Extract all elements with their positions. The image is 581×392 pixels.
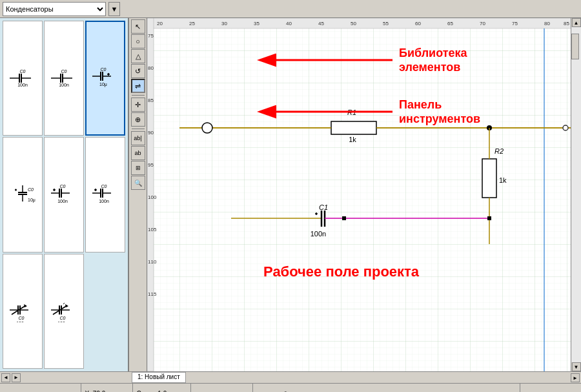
svg-text:30: 30 [221,21,227,26]
component-cell[interactable]: C0 100n [3,21,43,136]
hscroll-right2-button[interactable]: ► [571,373,580,382]
svg-text:C0: C0 [101,184,107,189]
svg-text:50: 50 [351,21,356,26]
grid-value: Сетка: 1,0 mm [137,390,187,393]
svg-text:75: 75 [148,33,154,39]
component-category-dropdown[interactable]: Конденсаторы [3,2,106,16]
svg-text:55: 55 [383,21,389,26]
svg-text:105: 105 [148,227,157,232]
svg-text:C0: C0 [20,69,26,74]
image-tool-button[interactable]: ⊞ [131,161,145,175]
text-tool-button[interactable]: ab| [131,131,145,145]
svg-point-114 [563,125,568,130]
svg-rect-99 [482,159,496,198]
svg-rect-112 [342,216,346,220]
x-coord: X: 79,0 [85,390,128,393]
svg-text:80: 80 [148,65,154,71]
coordinates-display: X: 79,0 Y: 85,0 [81,384,133,392]
svg-rect-63 [147,18,571,28]
svg-text:110: 110 [148,259,157,265]
svg-text:C0: C0 [19,316,25,320]
component-library-grid: C0 100n C0 100n [0,18,128,371]
svg-text:25: 25 [189,21,195,26]
svg-text:R1: R1 [347,108,356,116]
svg-text:100: 100 [148,194,157,200]
svg-text:100n: 100n [57,321,68,322]
dropdown-arrow-button[interactable]: ▼ [108,2,120,16]
svg-text:90: 90 [148,130,154,136]
svg-text:C0: C0 [101,67,107,72]
zoom-tool-button[interactable]: 🔍 [131,176,145,190]
text2-tool-button[interactable]: ab [131,146,145,160]
main-layout: C0 100n C0 100n [0,18,581,371]
svg-text:C1: C1 [319,203,328,211]
toolbar-separator [132,95,145,96]
svg-text:100n: 100n [16,321,26,322]
sheet-tab[interactable]: 1: Новый лист [132,372,186,383]
svg-line-58 [63,303,65,304]
svg-text:115: 115 [148,291,157,297]
scroll-up-button[interactable]: ▲ [572,18,581,27]
svg-text:R2: R2 [494,147,504,155]
svg-text:C0: C0 [28,187,34,192]
url-display: http://cxem.net [520,384,581,392]
svg-text:75: 75 [512,21,518,26]
svg-text:10μ: 10μ [28,198,36,203]
svg-text:65: 65 [447,21,453,26]
mirror-tool-button[interactable]: ⇌ [131,79,145,93]
svg-point-113 [202,123,212,133]
toolbar-separator-2 [132,129,145,129]
component-tool-button[interactable]: △ [131,49,145,63]
library-panel: C0 100n C0 100n [0,18,129,371]
status-left: ◄ ► Стандартная [0,384,81,392]
svg-text:70: 70 [480,21,485,26]
status-bar: ◄ ► Стандартная X: 79,0 Y: 85,0 Сетка: 1… [0,383,581,392]
toolbar: ↖ ○ △ ↺ ⇌ ✛ ⊕ ab| ab ⊞ 🔍 [129,18,147,371]
svg-rect-111 [487,216,491,220]
svg-text:1k: 1k [499,176,507,184]
svg-text:80: 80 [544,21,550,26]
component-cell[interactable]: C0 100n [44,137,84,252]
scrollbar-track[interactable] [571,27,581,362]
schematic-canvas: 20 25 30 35 40 45 50 55 60 65 70 75 80 8… [147,18,571,371]
status-hint: Линия: добавить точку - ЛКМ, выход из ре… [253,384,520,392]
svg-text:C0: C0 [60,316,66,320]
svg-text:C0: C0 [60,184,66,189]
component-cell[interactable]: C0 100n [44,21,84,136]
svg-text:C0: C0 [61,69,67,74]
scroll-down-button[interactable]: ▼ [572,362,581,371]
hscroll-left-button[interactable]: ◄ [1,373,10,382]
select-tool-button[interactable]: ↖ [131,19,145,34]
canvas-area[interactable]: 20 25 30 35 40 45 50 55 60 65 70 75 80 8… [147,18,571,371]
svg-text:100n: 100n [99,199,109,203]
svg-text:85: 85 [148,98,154,103]
crosshair-tool-button[interactable]: ⊕ [131,112,145,127]
rotate-tool-button[interactable]: ↺ [131,64,145,78]
component-cell[interactable]: C0 100n [44,254,84,369]
svg-text:100n: 100n [311,230,326,238]
scrollbar-thumb[interactable] [571,34,579,59]
vertical-scrollbar[interactable]: ▲ ▼ [571,18,581,371]
component-cell[interactable]: C0 100n [85,137,125,252]
svg-text:20: 20 [157,21,163,26]
component-cell[interactable]: C0 100n [3,254,43,369]
bottom-scroll-area: ◄ ► 1: Новый лист ► [0,371,581,383]
component-cell[interactable]: C0 10μ [3,137,43,252]
move-tool-button[interactable]: ✛ [131,98,145,112]
svg-rect-92 [331,121,376,134]
svg-text:40: 40 [286,21,292,26]
svg-text:100n: 100n [57,199,68,203]
top-bar: Конденсаторы ▼ [0,0,581,18]
svg-text:100n: 100n [59,83,69,87]
circle-tool-button[interactable]: ○ [131,34,145,48]
svg-text:60: 60 [415,21,421,26]
svg-text:85: 85 [564,21,569,26]
tool-icons-group: # ∠ 45° ↺ 10° [191,384,253,392]
svg-rect-62 [147,18,571,371]
scroll-left-section: ◄ ► [0,372,129,383]
hscroll-right-button[interactable]: ► [12,373,21,382]
tab-spacer [186,372,569,383]
grid-info: Сетка: 1,0 mm Лупа: 2,82 [133,384,191,392]
component-cell-selected[interactable]: C0 10μ [85,21,125,136]
svg-text:35: 35 [254,21,260,26]
